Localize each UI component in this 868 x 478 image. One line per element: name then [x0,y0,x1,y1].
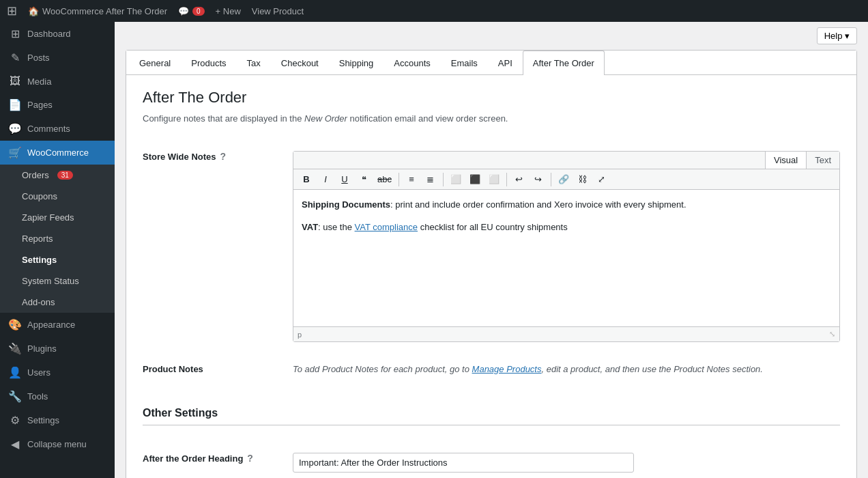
sidebar-item-label: Appearance [27,320,75,330]
toolbar-align-center[interactable]: ⬛ [466,172,484,186]
tab-api[interactable]: API [488,51,523,75]
toolbar-align-right[interactable]: ⬜ [485,172,503,186]
vat-post: checklist for all EU country shipments [418,222,568,232]
store-wide-notes-help-icon[interactable]: ? [220,151,227,162]
sidebar-item-settings[interactable]: Settings [0,249,115,270]
editor-mode-text[interactable]: Text [806,152,839,169]
sidebar-item-media[interactable]: 🖼 Media [0,70,115,93]
sidebar-item-plugins[interactable]: 🔌 Plugins [0,337,115,361]
tab-checkout[interactable]: Checkout [271,51,329,75]
view-product-label: View Product [252,6,304,16]
toolbar-blockquote[interactable]: ❝ [355,172,373,186]
tools-icon: 🔧 [8,390,22,403]
toolbar-fullscreen[interactable]: ⤢ [593,172,611,186]
toolbar-bold[interactable]: B [298,172,315,186]
product-notes-th: Product Notes [143,353,293,385]
comments-count: 0 [192,7,205,16]
dashboard-icon: ⊞ [8,27,22,40]
toolbar-sep-4 [551,173,551,186]
toolbar-unlink[interactable]: ⛓ [574,172,592,186]
product-notes-row: Product Notes To add Product Notes for e… [143,353,840,385]
help-button[interactable]: Help ▾ [817,27,857,44]
sidebar-item-label: Tools [27,391,48,402]
toolbar-sep-3 [506,173,507,186]
after-order-heading-help-icon[interactable]: ? [247,453,253,464]
after-order-heading-label: After the Order Heading [143,453,243,464]
settings-label: Settings [22,255,57,265]
sidebar-item-system-status[interactable]: System Status [0,270,115,292]
other-settings-heading-cell: Other Settings [143,385,840,442]
toolbar-italic[interactable]: I [317,172,334,186]
sidebar-item-coupons[interactable]: Coupons [0,186,115,207]
other-settings-heading: Other Settings [143,407,840,425]
sidebar-item-orders[interactable]: Orders 31 [0,165,115,186]
editor-paragraph-2: VAT: use the VAT compliance checklist fo… [302,221,831,235]
comments-link[interactable]: 💬 0 [178,6,205,16]
settings-icon: ⚙ [8,414,22,427]
orders-label: Orders [22,170,49,180]
sidebar-item-pages[interactable]: 📄 Pages [0,93,115,117]
settings-area: General Products Tax Checkout Shipping A… [126,50,857,478]
store-wide-notes-row: Store Wide Notes ? Visual Text [143,140,840,353]
manage-products-link[interactable]: Manage Products [472,364,542,374]
sidebar-item-label: Comments [27,124,70,134]
posts-icon: ✎ [8,51,22,64]
sidebar-item-appearance[interactable]: 🎨 Appearance [0,313,115,337]
vat-pre: : use the [318,222,354,232]
sidebar-item-label: Collapse menu [27,439,87,449]
vat-compliance-link[interactable]: VAT compliance [355,222,418,232]
tab-tax[interactable]: Tax [237,51,271,75]
coupons-label: Coupons [22,191,57,201]
sidebar-item-reports[interactable]: Reports [0,228,115,249]
woocommerce-icon: 🛒 [8,146,22,159]
wp-logo-link[interactable]: ⊞ [7,3,17,18]
home-icon: 🏠 [28,6,39,16]
description-italic: New Order [304,113,347,124]
product-notes-label: Product Notes [143,364,203,374]
toolbar-undo[interactable]: ↩ [510,172,528,186]
sidebar-item-tools[interactable]: 🔧 Tools [0,384,115,408]
wp-logo-icon: ⊞ [7,3,17,18]
editor-paragraph-1: Shipping Documents: print and include or… [302,198,831,212]
page-description: Configure notes that are displayed in th… [143,113,840,124]
editor-body[interactable]: Shipping Documents: print and include or… [293,190,839,326]
tab-accounts[interactable]: Accounts [384,51,440,75]
tab-emails[interactable]: Emails [441,51,488,75]
toolbar-strikethrough[interactable]: abc [374,172,395,186]
sidebar-item-settings-bottom[interactable]: ⚙ Settings [0,408,115,432]
sidebar-item-zapier-feeds[interactable]: Zapier Feeds [0,207,115,228]
new-content-link[interactable]: + New [216,6,241,16]
store-wide-notes-th: Store Wide Notes ? [143,140,293,353]
sidebar-item-users[interactable]: 👤 Users [0,361,115,384]
product-notes-suffix: , edit a product, and then use the Produ… [541,364,762,374]
toolbar-ordered-list[interactable]: ≣ [422,172,439,186]
tab-products[interactable]: Products [181,51,236,75]
toolbar-unordered-list[interactable]: ≡ [403,172,420,186]
toolbar-align-left[interactable]: ⬜ [447,172,465,186]
after-order-heading-th: After the Order Heading ? [143,442,293,478]
toolbar-redo[interactable]: ↪ [530,172,547,186]
sidebar-item-collapse[interactable]: ◀ Collapse menu [0,432,115,456]
sidebar-item-comments[interactable]: 💬 Comments [0,117,115,141]
sidebar-item-posts[interactable]: ✎ Posts [0,46,115,70]
tab-general[interactable]: General [129,51,181,75]
woocommerce-submenu: Orders 31 Coupons Zapier Feeds Reports S… [0,165,115,313]
resize-handle[interactable]: ⤡ [829,330,835,339]
sidebar-item-label: WooCommerce [27,147,89,158]
sidebar-item-label: Plugins [27,343,57,354]
toolbar-underline[interactable]: U [336,172,353,186]
sidebar-item-woocommerce[interactable]: 🛒 WooCommerce [0,141,115,165]
tab-shipping[interactable]: Shipping [329,51,384,75]
tab-after-the-order[interactable]: After The Order [523,51,605,75]
toolbar-sep-2 [443,173,444,186]
view-product-link[interactable]: View Product [252,6,304,16]
after-order-heading-input[interactable] [293,453,634,473]
sidebar-item-dashboard[interactable]: ⊞ Dashboard [0,22,115,46]
editor-mode-visual[interactable]: Visual [765,152,806,169]
new-label: + New [216,6,241,16]
sidebar-item-add-ons[interactable]: Add-ons [0,292,115,313]
users-icon: 👤 [8,366,22,379]
editor-toolbar: B I U ❝ abc ≡ ≣ ⬜ [293,169,839,190]
toolbar-link[interactable]: 🔗 [555,172,573,186]
site-name-link[interactable]: 🏠 WooCommerce After The Order [28,6,167,16]
